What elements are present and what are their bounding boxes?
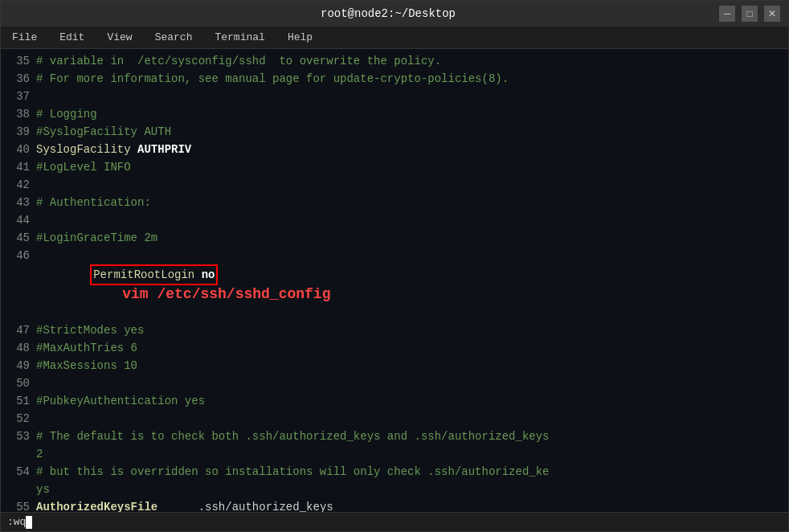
table-row: 47 #StrictModes yes bbox=[7, 321, 782, 339]
terminal-body[interactable]: 35 # variable in /etc/sysconfig/sshd to … bbox=[1, 49, 788, 512]
vim-annotation: vim /etc/ssh/sshd_config bbox=[122, 286, 330, 302]
table-row: 39 #SyslogFacility AUTH bbox=[7, 123, 782, 141]
table-row: 51 #PubkeyAuthentication yes bbox=[7, 392, 782, 410]
table-row: 45 #LoginGraceTime 2m bbox=[7, 229, 782, 247]
table-row: 46 PermitRootLogin no vim /etc/ssh/sshd_… bbox=[7, 247, 782, 321]
table-row-continuation: 53 2 bbox=[7, 445, 782, 463]
table-row: 42 bbox=[7, 176, 782, 194]
table-row: 50 bbox=[7, 374, 782, 392]
table-row: 35 # variable in /etc/sysconfig/sshd to … bbox=[7, 52, 782, 70]
table-row: 36 # For more information, see manual pa… bbox=[7, 70, 782, 88]
table-row: 49 #MaxSessions 10 bbox=[7, 357, 782, 374]
table-row-continuation: 54 ys bbox=[7, 481, 782, 498]
cursor bbox=[26, 516, 32, 529]
window-title: root@node2:~/Desktop bbox=[57, 7, 719, 20]
table-row: 37 bbox=[7, 88, 782, 105]
table-row: 38 # Logging bbox=[7, 105, 782, 123]
menubar: File Edit View Search Terminal Help bbox=[1, 27, 788, 49]
table-row: 43 # Authentication: bbox=[7, 194, 782, 211]
table-row: 48 #MaxAuthTries 6 bbox=[7, 339, 782, 357]
close-button[interactable]: ✕ bbox=[764, 6, 780, 22]
menu-file[interactable]: File bbox=[7, 30, 42, 45]
table-row: 44 bbox=[7, 211, 782, 229]
titlebar: root@node2:~/Desktop ─ □ ✕ bbox=[1, 1, 788, 27]
table-row: 52 bbox=[7, 410, 782, 428]
table-row: 55 AuthorizedKeysFile .ssh/authorized_ke… bbox=[7, 498, 782, 512]
table-row: 53 # The default is to check both .ssh/a… bbox=[7, 428, 782, 445]
menu-search[interactable]: Search bbox=[150, 30, 198, 45]
menu-help[interactable]: Help bbox=[283, 30, 317, 45]
maximize-button[interactable]: □ bbox=[742, 6, 758, 22]
window-controls: ─ □ ✕ bbox=[719, 6, 780, 22]
menu-terminal[interactable]: Terminal bbox=[210, 30, 269, 45]
table-row: 41 #LogLevel INFO bbox=[7, 158, 782, 176]
minimize-button[interactable]: ─ bbox=[719, 6, 735, 22]
vim-command: :wq bbox=[7, 516, 32, 529]
menu-edit[interactable]: Edit bbox=[55, 30, 89, 45]
permit-root-login-highlight: PermitRootLogin no bbox=[90, 264, 218, 285]
table-row: 54 # but this is overridden so installat… bbox=[7, 463, 782, 481]
terminal-window: root@node2:~/Desktop ─ □ ✕ File Edit Vie… bbox=[0, 0, 789, 532]
statusbar: :wq bbox=[1, 512, 788, 531]
table-row: 40 SyslogFacility AUTHPRIV bbox=[7, 141, 782, 158]
menu-view[interactable]: View bbox=[102, 30, 137, 45]
